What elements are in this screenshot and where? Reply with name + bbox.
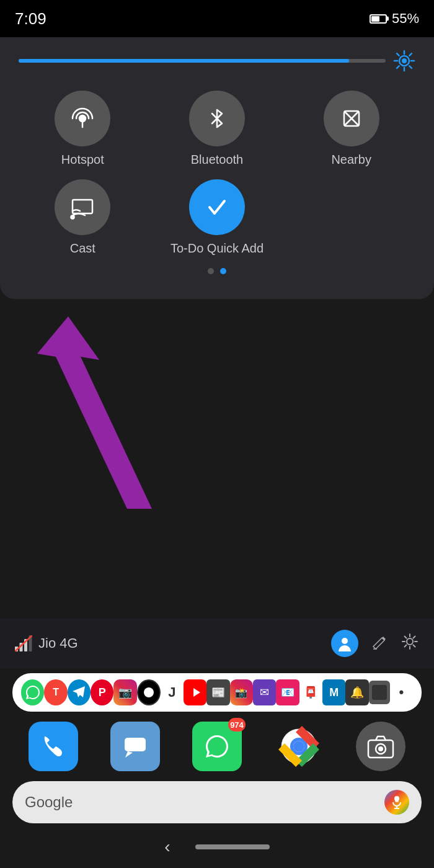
dock-whatsapp-wrapper[interactable]: 974: [192, 722, 242, 771]
nav-bar: ‹: [0, 830, 434, 868]
camera-icon: [367, 734, 394, 759]
youtube-icon: [188, 687, 203, 698]
arrow-svg: [31, 298, 248, 515]
svg-point-1: [402, 58, 407, 63]
bottom-area: Jio 4G: [0, 619, 434, 868]
hotspot-circle: [55, 91, 110, 146]
shortcut-bell[interactable]: 🔔: [345, 679, 368, 705]
svg-line-7: [409, 66, 412, 68]
pencil-icon: [371, 633, 388, 650]
app-shortcuts-bar: T P 📷 J 📰: [12, 673, 422, 712]
cast-label: Cast: [70, 241, 95, 256]
brightness-icon[interactable]: [393, 50, 415, 72]
svg-marker-27: [193, 688, 200, 697]
phone-icon: [40, 733, 67, 760]
bluetooth-circle: [189, 91, 245, 146]
gear-settings-icon: [401, 632, 419, 651]
status-bar: 7:09 55%: [0, 0, 434, 37]
svg-marker-18: [37, 316, 152, 509]
network-right: [331, 630, 419, 657]
battery-icon: [370, 14, 387, 24]
nearby-icon: [338, 105, 365, 132]
account-icon[interactable]: [331, 630, 358, 657]
svg-point-26: [407, 638, 413, 645]
quick-settings-panel: Hotspot Bluetooth Nearby: [0, 37, 434, 299]
battery-percent: 55%: [392, 11, 419, 27]
brightness-row: [19, 50, 415, 72]
brightness-fill: [19, 59, 349, 63]
shortcut-m[interactable]: M: [322, 679, 345, 705]
quick-toggles-row2: Cast To-Do Quick Add: [19, 179, 415, 256]
dot-2: [220, 268, 226, 274]
edit-icon[interactable]: [371, 633, 388, 655]
toggle-todo[interactable]: To-Do Quick Add: [153, 179, 281, 256]
whatsapp-icon: [25, 684, 41, 700]
dock-phone[interactable]: [29, 722, 78, 771]
whatsapp-dock-icon: [203, 733, 231, 760]
toggle-cast[interactable]: Cast: [19, 179, 147, 256]
settings-icon[interactable]: [401, 632, 419, 655]
svg-line-6: [397, 53, 399, 56]
cast-circle: [55, 179, 110, 235]
bluetooth-icon: [203, 105, 231, 132]
signal-icon: [15, 635, 32, 651]
messages-icon: [122, 733, 149, 760]
nearby-label: Nearby: [331, 153, 371, 167]
google-label: Google: [25, 794, 73, 811]
shortcut-whatsapp[interactable]: [21, 679, 44, 705]
dock-row: 974: [0, 717, 434, 779]
nearby-circle: [324, 91, 379, 146]
google-search-bar[interactable]: Google: [12, 781, 422, 823]
svg-rect-15: [73, 200, 92, 213]
telegram-icon: [71, 685, 86, 700]
svg-point-10: [79, 115, 86, 122]
shortcut-j[interactable]: J: [161, 679, 184, 705]
shortcut-pinterest[interactable]: P: [91, 679, 113, 705]
hotspot-label: Hotspot: [61, 153, 104, 167]
shortcut-square[interactable]: [369, 681, 390, 704]
dock-chrome[interactable]: [274, 722, 324, 771]
network-bar: Jio 4G: [0, 619, 434, 668]
svg-marker-29: [125, 751, 133, 758]
todo-checkmark-icon: [203, 194, 231, 221]
quick-toggles-grid: Hotspot Bluetooth Nearby: [19, 91, 415, 167]
toggle-nearby[interactable]: Nearby: [287, 91, 415, 167]
shortcut-news[interactable]: 📰: [206, 679, 229, 705]
toggle-hotspot[interactable]: Hotspot: [19, 91, 147, 167]
svg-point-33: [293, 741, 304, 752]
dock-camera[interactable]: [356, 722, 405, 771]
cast-icon: [69, 194, 96, 221]
bluetooth-label: Bluetooth: [191, 153, 244, 167]
shortcut-more[interactable]: •: [390, 679, 413, 705]
network-left: Jio 4G: [15, 635, 78, 651]
dot-1: [208, 268, 214, 274]
shortcut-gmail[interactable]: 📮: [299, 679, 322, 705]
shortcut-mail2[interactable]: 📧: [276, 679, 299, 705]
whatsapp-badge: 974: [228, 718, 246, 732]
hotspot-icon: [69, 105, 96, 132]
shortcut-truecaller[interactable]: T: [44, 679, 67, 705]
dock-messages[interactable]: [110, 722, 160, 771]
svg-point-24: [342, 638, 348, 644]
shortcut-youtube[interactable]: [184, 679, 206, 705]
purple-arrow: [31, 298, 248, 515]
nav-home-pill[interactable]: [195, 844, 270, 849]
todo-label: To-Do Quick Add: [170, 241, 264, 256]
person-icon: [337, 635, 353, 651]
google-assistant-icon[interactable]: [384, 790, 409, 815]
status-right: 55%: [370, 11, 419, 27]
svg-point-16: [71, 216, 74, 219]
pagination-dots: [19, 268, 415, 274]
brightness-gear-icon: [393, 50, 415, 72]
carrier-name: Jio 4G: [38, 635, 78, 651]
shortcut-instagram2[interactable]: 📸: [230, 679, 253, 705]
shortcut-mail1[interactable]: ✉: [253, 679, 276, 705]
svg-point-36: [378, 746, 383, 751]
svg-rect-38: [395, 797, 399, 802]
brightness-slider[interactable]: [19, 59, 386, 63]
shortcut-record[interactable]: [137, 679, 161, 705]
shortcut-instagram[interactable]: 📷: [113, 679, 136, 705]
toggle-bluetooth[interactable]: Bluetooth: [153, 91, 281, 167]
shortcut-telegram[interactable]: [68, 679, 91, 705]
nav-back-button[interactable]: ‹: [164, 837, 170, 857]
